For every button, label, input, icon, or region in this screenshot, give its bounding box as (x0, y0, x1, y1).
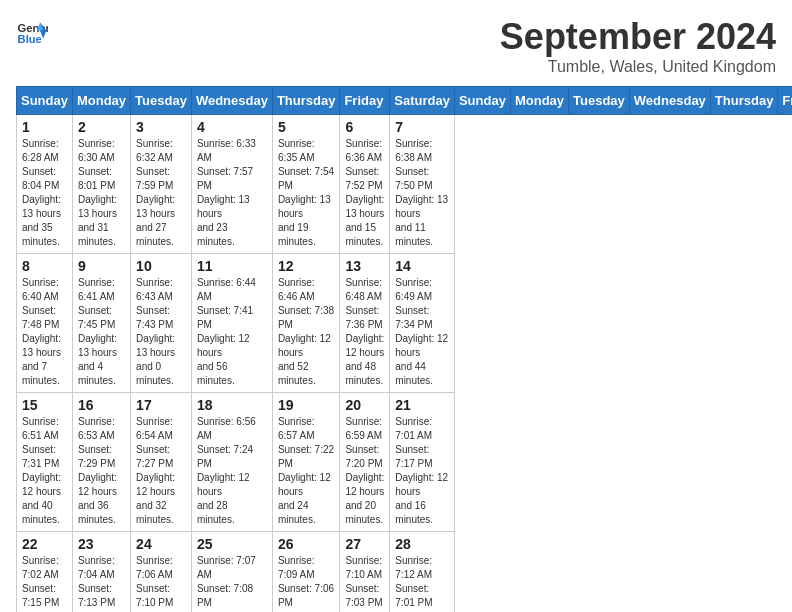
calendar-cell: 7Sunrise: 6:38 AM Sunset: 7:50 PM Daylig… (390, 115, 455, 254)
title-block: September 2024 Tumble, Wales, United Kin… (500, 16, 776, 76)
day-number: 10 (136, 258, 186, 274)
day-info: Sunrise: 7:07 AM Sunset: 7:08 PM Dayligh… (197, 554, 267, 612)
day-number: 25 (197, 536, 267, 552)
day-header-thursday: Thursday (272, 87, 340, 115)
day-header-friday: Friday (778, 87, 792, 115)
day-info: Sunrise: 6:36 AM Sunset: 7:52 PM Dayligh… (345, 137, 384, 249)
calendar-cell: 26Sunrise: 7:09 AM Sunset: 7:06 PM Dayli… (272, 532, 340, 613)
day-info: Sunrise: 6:48 AM Sunset: 7:36 PM Dayligh… (345, 276, 384, 388)
day-info: Sunrise: 6:53 AM Sunset: 7:29 PM Dayligh… (78, 415, 125, 527)
calendar-cell: 27Sunrise: 7:10 AM Sunset: 7:03 PM Dayli… (340, 532, 390, 613)
day-number: 8 (22, 258, 67, 274)
day-header-wednesday: Wednesday (629, 87, 710, 115)
calendar-cell: 15Sunrise: 6:51 AM Sunset: 7:31 PM Dayli… (17, 393, 73, 532)
day-number: 14 (395, 258, 449, 274)
day-number: 28 (395, 536, 449, 552)
day-info: Sunrise: 6:49 AM Sunset: 7:34 PM Dayligh… (395, 276, 449, 388)
calendar-table: SundayMondayTuesdayWednesdayThursdayFrid… (16, 86, 792, 612)
day-info: Sunrise: 6:59 AM Sunset: 7:20 PM Dayligh… (345, 415, 384, 527)
calendar-week-2: 8Sunrise: 6:40 AM Sunset: 7:48 PM Daylig… (17, 254, 793, 393)
day-number: 18 (197, 397, 267, 413)
day-number: 4 (197, 119, 267, 135)
day-info: Sunrise: 7:06 AM Sunset: 7:10 PM Dayligh… (136, 554, 186, 612)
calendar-cell: 22Sunrise: 7:02 AM Sunset: 7:15 PM Dayli… (17, 532, 73, 613)
day-info: Sunrise: 7:04 AM Sunset: 7:13 PM Dayligh… (78, 554, 125, 612)
day-info: Sunrise: 7:09 AM Sunset: 7:06 PM Dayligh… (278, 554, 335, 612)
calendar-cell: 4Sunrise: 6:33 AM Sunset: 7:57 PM Daylig… (191, 115, 272, 254)
day-header-saturday: Saturday (390, 87, 455, 115)
day-header-monday: Monday (510, 87, 568, 115)
day-number: 1 (22, 119, 67, 135)
calendar-cell: 1Sunrise: 6:28 AM Sunset: 8:04 PM Daylig… (17, 115, 73, 254)
day-info: Sunrise: 6:44 AM Sunset: 7:41 PM Dayligh… (197, 276, 267, 388)
day-number: 15 (22, 397, 67, 413)
day-number: 12 (278, 258, 335, 274)
calendar-cell: 24Sunrise: 7:06 AM Sunset: 7:10 PM Dayli… (131, 532, 192, 613)
day-info: Sunrise: 6:43 AM Sunset: 7:43 PM Dayligh… (136, 276, 186, 388)
calendar-cell: 23Sunrise: 7:04 AM Sunset: 7:13 PM Dayli… (72, 532, 130, 613)
day-number: 17 (136, 397, 186, 413)
location: Tumble, Wales, United Kingdom (500, 58, 776, 76)
day-info: Sunrise: 6:54 AM Sunset: 7:27 PM Dayligh… (136, 415, 186, 527)
day-info: Sunrise: 7:12 AM Sunset: 7:01 PM Dayligh… (395, 554, 449, 612)
calendar-cell: 10Sunrise: 6:43 AM Sunset: 7:43 PM Dayli… (131, 254, 192, 393)
calendar-cell: 8Sunrise: 6:40 AM Sunset: 7:48 PM Daylig… (17, 254, 73, 393)
day-number: 5 (278, 119, 335, 135)
day-info: Sunrise: 6:33 AM Sunset: 7:57 PM Dayligh… (197, 137, 267, 249)
day-number: 9 (78, 258, 125, 274)
calendar-cell: 14Sunrise: 6:49 AM Sunset: 7:34 PM Dayli… (390, 254, 455, 393)
day-header-sunday: Sunday (17, 87, 73, 115)
day-info: Sunrise: 6:28 AM Sunset: 8:04 PM Dayligh… (22, 137, 67, 249)
day-header-tuesday: Tuesday (569, 87, 630, 115)
calendar-cell: 19Sunrise: 6:57 AM Sunset: 7:22 PM Dayli… (272, 393, 340, 532)
calendar-week-1: 1Sunrise: 6:28 AM Sunset: 8:04 PM Daylig… (17, 115, 793, 254)
day-info: Sunrise: 7:01 AM Sunset: 7:17 PM Dayligh… (395, 415, 449, 527)
calendar-cell: 20Sunrise: 6:59 AM Sunset: 7:20 PM Dayli… (340, 393, 390, 532)
day-info: Sunrise: 6:41 AM Sunset: 7:45 PM Dayligh… (78, 276, 125, 388)
day-info: Sunrise: 6:46 AM Sunset: 7:38 PM Dayligh… (278, 276, 335, 388)
day-number: 13 (345, 258, 384, 274)
calendar-cell: 11Sunrise: 6:44 AM Sunset: 7:41 PM Dayli… (191, 254, 272, 393)
day-number: 22 (22, 536, 67, 552)
calendar-week-4: 22Sunrise: 7:02 AM Sunset: 7:15 PM Dayli… (17, 532, 793, 613)
page-header: General Blue September 2024 Tumble, Wale… (16, 16, 776, 76)
day-number: 27 (345, 536, 384, 552)
month-title: September 2024 (500, 16, 776, 58)
day-header-thursday: Thursday (710, 87, 778, 115)
calendar-cell: 9Sunrise: 6:41 AM Sunset: 7:45 PM Daylig… (72, 254, 130, 393)
day-number: 3 (136, 119, 186, 135)
calendar-cell: 18Sunrise: 6:56 AM Sunset: 7:24 PM Dayli… (191, 393, 272, 532)
day-info: Sunrise: 7:10 AM Sunset: 7:03 PM Dayligh… (345, 554, 384, 612)
day-number: 21 (395, 397, 449, 413)
day-header-monday: Monday (72, 87, 130, 115)
calendar-cell: 12Sunrise: 6:46 AM Sunset: 7:38 PM Dayli… (272, 254, 340, 393)
day-info: Sunrise: 6:38 AM Sunset: 7:50 PM Dayligh… (395, 137, 449, 249)
day-info: Sunrise: 6:51 AM Sunset: 7:31 PM Dayligh… (22, 415, 67, 527)
day-header-tuesday: Tuesday (131, 87, 192, 115)
svg-text:Blue: Blue (18, 33, 42, 45)
calendar-cell: 17Sunrise: 6:54 AM Sunset: 7:27 PM Dayli… (131, 393, 192, 532)
day-header-wednesday: Wednesday (191, 87, 272, 115)
day-number: 23 (78, 536, 125, 552)
calendar-cell: 3Sunrise: 6:32 AM Sunset: 7:59 PM Daylig… (131, 115, 192, 254)
day-number: 24 (136, 536, 186, 552)
day-info: Sunrise: 6:30 AM Sunset: 8:01 PM Dayligh… (78, 137, 125, 249)
calendar-week-3: 15Sunrise: 6:51 AM Sunset: 7:31 PM Dayli… (17, 393, 793, 532)
day-number: 6 (345, 119, 384, 135)
calendar-cell: 5Sunrise: 6:35 AM Sunset: 7:54 PM Daylig… (272, 115, 340, 254)
day-info: Sunrise: 6:57 AM Sunset: 7:22 PM Dayligh… (278, 415, 335, 527)
calendar-cell: 2Sunrise: 6:30 AM Sunset: 8:01 PM Daylig… (72, 115, 130, 254)
day-number: 16 (78, 397, 125, 413)
day-info: Sunrise: 6:32 AM Sunset: 7:59 PM Dayligh… (136, 137, 186, 249)
day-number: 26 (278, 536, 335, 552)
calendar-cell: 21Sunrise: 7:01 AM Sunset: 7:17 PM Dayli… (390, 393, 455, 532)
calendar-cell: 13Sunrise: 6:48 AM Sunset: 7:36 PM Dayli… (340, 254, 390, 393)
day-info: Sunrise: 6:40 AM Sunset: 7:48 PM Dayligh… (22, 276, 67, 388)
day-info: Sunrise: 7:02 AM Sunset: 7:15 PM Dayligh… (22, 554, 67, 612)
day-info: Sunrise: 6:56 AM Sunset: 7:24 PM Dayligh… (197, 415, 267, 527)
day-number: 2 (78, 119, 125, 135)
calendar-cell: 16Sunrise: 6:53 AM Sunset: 7:29 PM Dayli… (72, 393, 130, 532)
day-header-sunday: Sunday (454, 87, 510, 115)
day-info: Sunrise: 6:35 AM Sunset: 7:54 PM Dayligh… (278, 137, 335, 249)
day-number: 19 (278, 397, 335, 413)
